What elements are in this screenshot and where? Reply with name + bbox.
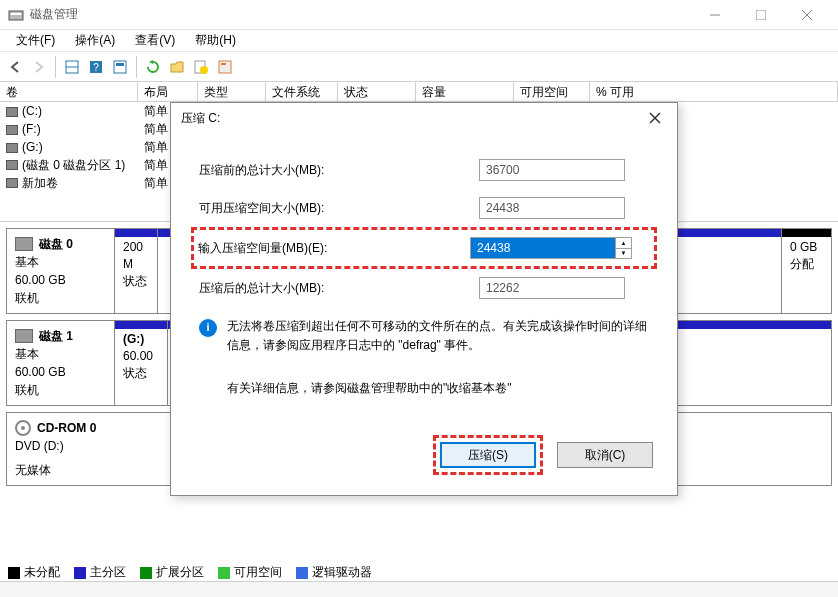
svg-point-13 (200, 66, 208, 74)
shrink-dialog: 压缩 C: 压缩前的总计大小(MB): 36700 可用压缩空间大小(MB): … (170, 102, 678, 496)
swatch-primary (74, 567, 86, 579)
total-before-label: 压缩前的总计大小(MB): (199, 162, 479, 179)
swatch-free (218, 567, 230, 579)
swatch-unallocated (8, 567, 20, 579)
volume-icon (6, 178, 18, 188)
volume-icon (6, 143, 18, 153)
col-capacity[interactable]: 容量 (416, 82, 514, 101)
dialog-close-button[interactable] (643, 110, 667, 127)
shrink-button-highlight: 压缩(S) (433, 435, 543, 475)
dialog-titlebar: 压缩 C: (171, 103, 677, 133)
new-icon[interactable] (190, 56, 212, 78)
swatch-logical (296, 567, 308, 579)
forward-button[interactable] (28, 56, 50, 78)
svg-rect-11 (116, 63, 124, 66)
disk-icon (15, 329, 33, 343)
svg-rect-0 (9, 11, 23, 20)
disk-0-label[interactable]: 磁盘 0 基本 60.00 GB 联机 (7, 229, 115, 313)
col-type[interactable]: 类型 (198, 82, 266, 101)
input-highlight: 输入压缩空间量(MB)(E): 24438 ▲ ▼ (191, 227, 657, 269)
shrink-button[interactable]: 压缩(S) (440, 442, 536, 468)
svg-rect-3 (756, 10, 766, 20)
partition[interactable]: 200 M 状态 (115, 229, 157, 313)
partition[interactable]: (G:) 60.00 状态 (115, 321, 167, 405)
available-label: 可用压缩空间大小(MB): (199, 200, 479, 217)
disk-1-label[interactable]: 磁盘 1 基本 60.00 GB 联机 (7, 321, 115, 405)
help-icon[interactable]: ? (85, 56, 107, 78)
cancel-button[interactable]: 取消(C) (557, 442, 653, 468)
swatch-extended (140, 567, 152, 579)
folder-icon[interactable] (166, 56, 188, 78)
partition[interactable]: 0 GB 分配 (781, 229, 831, 313)
volume-icon (6, 107, 18, 117)
settings-icon[interactable] (109, 56, 131, 78)
window-title: 磁盘管理 (30, 6, 692, 23)
volume-list-header: 卷 布局 类型 文件系统 状态 容量 可用空间 % 可用 (0, 82, 838, 102)
volume-icon (6, 160, 18, 170)
svg-rect-1 (11, 13, 21, 15)
col-status[interactable]: 状态 (338, 82, 416, 101)
info-block-1: i 无法将卷压缩到超出任何不可移动的文件所在的点。有关完成该操作时间的详细信息，… (199, 317, 649, 355)
menu-view[interactable]: 查看(V) (125, 30, 185, 51)
titlebar: 磁盘管理 (0, 0, 838, 30)
col-layout[interactable]: 布局 (138, 82, 198, 101)
menu-file[interactable]: 文件(F) (6, 30, 65, 51)
menu-help[interactable]: 帮助(H) (185, 30, 246, 51)
toolbar: ? (0, 52, 838, 82)
shrink-amount-spinner[interactable]: ▲ ▼ (616, 237, 632, 259)
maximize-button[interactable] (738, 0, 784, 30)
disk-icon (15, 237, 33, 251)
col-pctfree[interactable]: % 可用 (590, 82, 838, 101)
legend: 未分配 主分区 扩展分区 可用空间 逻辑驱动器 (8, 564, 372, 581)
minimize-button[interactable] (692, 0, 738, 30)
volume-icon (6, 125, 18, 135)
close-button[interactable] (784, 0, 830, 30)
menubar: 文件(F) 操作(A) 查看(V) 帮助(H) (0, 30, 838, 52)
col-fs[interactable]: 文件系统 (266, 82, 338, 101)
svg-text:?: ? (93, 62, 99, 73)
dialog-title: 压缩 C: (181, 110, 643, 127)
col-free[interactable]: 可用空间 (514, 82, 590, 101)
info-icon: i (199, 319, 217, 337)
svg-rect-14 (219, 61, 231, 73)
app-icon (8, 7, 24, 23)
spinner-down[interactable]: ▼ (616, 249, 631, 259)
total-after-value: 12262 (479, 277, 625, 299)
view-pane-icon[interactable] (61, 56, 83, 78)
svg-rect-15 (221, 63, 226, 65)
menu-action[interactable]: 操作(A) (65, 30, 125, 51)
back-button[interactable] (4, 56, 26, 78)
info-block-2: 有关详细信息，请参阅磁盘管理帮助中的"收缩基本卷" (199, 379, 649, 398)
svg-rect-10 (114, 61, 126, 73)
cd-icon (15, 420, 31, 436)
total-after-label: 压缩后的总计大小(MB): (199, 280, 479, 297)
refresh-icon[interactable] (142, 56, 164, 78)
shrink-amount-input[interactable]: 24438 (470, 237, 616, 259)
status-bar (0, 581, 838, 597)
properties-icon[interactable] (214, 56, 236, 78)
spinner-up[interactable]: ▲ (616, 238, 631, 249)
available-value: 24438 (479, 197, 625, 219)
shrink-amount-label: 输入压缩空间量(MB)(E): (198, 240, 470, 257)
col-volume[interactable]: 卷 (0, 82, 138, 101)
total-before-value: 36700 (479, 159, 625, 181)
